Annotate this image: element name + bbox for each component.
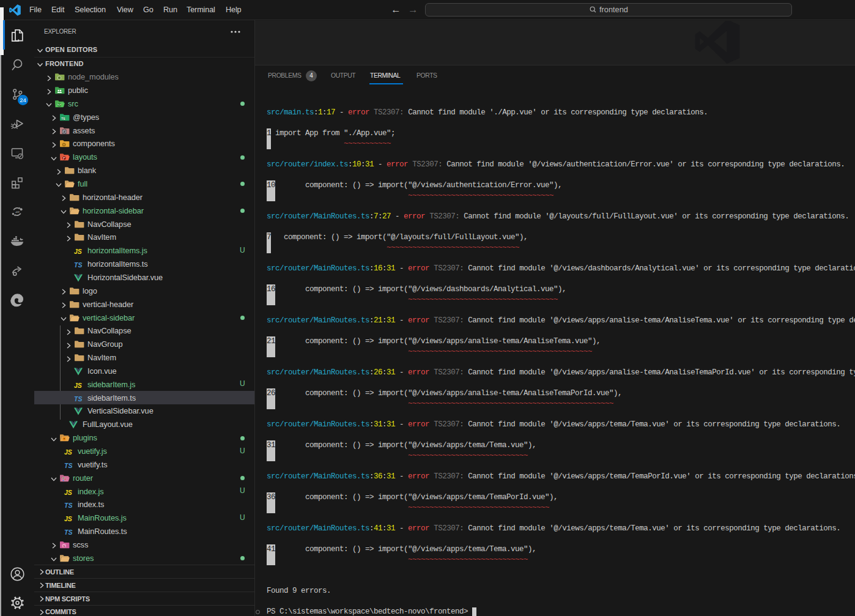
svg-text:<>: <> bbox=[57, 103, 61, 107]
svg-text:TS: TS bbox=[61, 117, 65, 120]
svg-text:diff: diff bbox=[15, 210, 20, 213]
